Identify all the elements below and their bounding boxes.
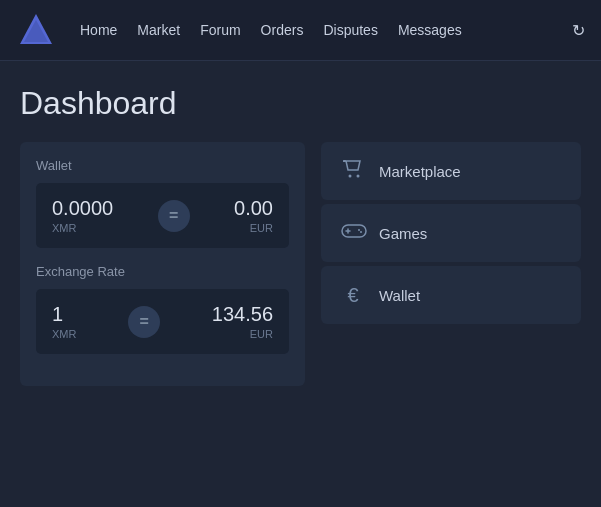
wallet-card[interactable]: € Wallet [321, 266, 581, 324]
exchange-equals-badge: = [128, 306, 160, 338]
exchange-eur-currency: EUR [250, 328, 273, 340]
navbar: Home Market Forum Orders Disputes Messag… [0, 0, 601, 61]
wallet-section-label: Wallet [36, 158, 289, 173]
nav-home[interactable]: Home [80, 22, 117, 38]
exchange-xmr-value: 1 [52, 303, 76, 326]
cart-icon [341, 159, 365, 184]
svg-point-3 [349, 174, 352, 177]
content-area: Wallet 0.0000 XMR = 0.00 EUR Exchange Ra… [0, 138, 601, 406]
wallet-eur-value: 0.00 [234, 197, 273, 220]
refresh-icon[interactable]: ↻ [572, 21, 585, 40]
wallet-eur-amount: 0.00 EUR [234, 197, 273, 234]
wallet-xmr-value: 0.0000 [52, 197, 113, 220]
exchange-eur-value: 134.56 [212, 303, 273, 326]
games-label: Games [379, 225, 427, 242]
nav-orders[interactable]: Orders [261, 22, 304, 38]
nav-messages[interactable]: Messages [398, 22, 462, 38]
exchange-rate-box: 1 XMR = 134.56 EUR [36, 289, 289, 354]
left-panel: Wallet 0.0000 XMR = 0.00 EUR Exchange Ra… [20, 142, 305, 386]
marketplace-card[interactable]: Marketplace [321, 142, 581, 200]
wallet-balance-box: 0.0000 XMR = 0.00 EUR [36, 183, 289, 248]
wallet-xmr-currency: XMR [52, 222, 113, 234]
gamepad-icon [341, 222, 365, 245]
svg-point-4 [357, 174, 360, 177]
wallet-equals-badge: = [158, 200, 190, 232]
svg-point-9 [360, 231, 362, 233]
exchange-section-label: Exchange Rate [36, 264, 289, 279]
wallet-xmr-amount: 0.0000 XMR [52, 197, 113, 234]
nav-market[interactable]: Market [137, 22, 180, 38]
right-panel: Marketplace Games € Wallet [321, 142, 581, 386]
euro-icon: € [341, 284, 365, 307]
svg-point-8 [358, 229, 360, 231]
wallet-eur-currency: EUR [250, 222, 273, 234]
nav-forum[interactable]: Forum [200, 22, 240, 38]
exchange-xmr-amount: 1 XMR [52, 303, 76, 340]
exchange-eur-amount: 134.56 EUR [212, 303, 273, 340]
wallet-card-label: Wallet [379, 287, 420, 304]
games-card[interactable]: Games [321, 204, 581, 262]
nav-links: Home Market Forum Orders Disputes Messag… [80, 22, 548, 38]
marketplace-label: Marketplace [379, 163, 461, 180]
page-title: Dashboard [20, 85, 581, 122]
nav-disputes[interactable]: Disputes [323, 22, 377, 38]
exchange-xmr-currency: XMR [52, 328, 76, 340]
page-title-area: Dashboard [0, 61, 601, 138]
app-logo [16, 10, 56, 50]
